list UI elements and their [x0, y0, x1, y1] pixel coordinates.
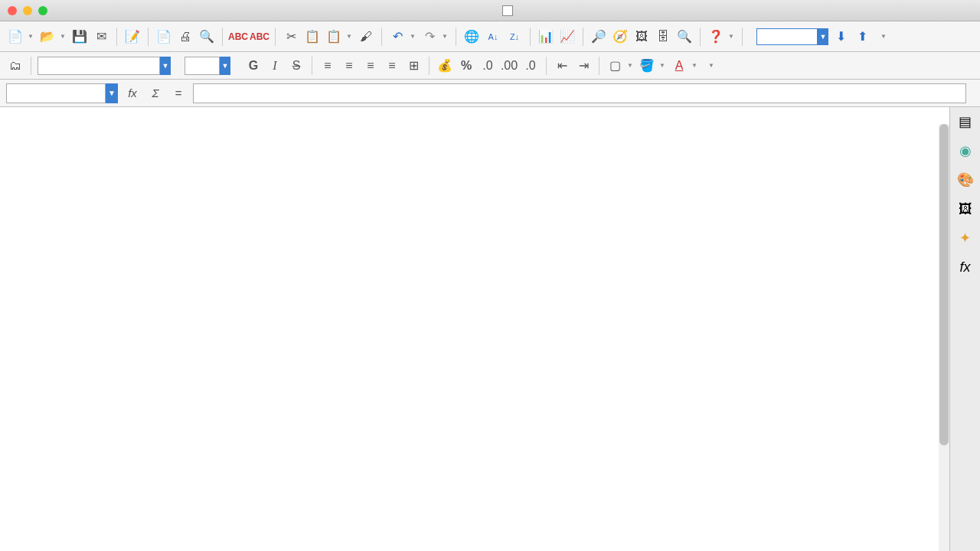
hyperlink-button[interactable]: 🌐 — [462, 28, 481, 46]
find-button[interactable]: 🔎 — [590, 28, 608, 46]
align-center-button[interactable]: ≡ — [340, 57, 358, 75]
print-button[interactable]: 🖨 — [176, 28, 194, 46]
print-preview-button[interactable]: 🔍 — [198, 28, 216, 46]
bgcolor-button[interactable]: 🪣 — [638, 57, 656, 75]
edit-button[interactable]: 📝 — [123, 28, 142, 46]
percent-button[interactable]: % — [457, 57, 475, 75]
format-toolbar: 🗂 ▼ ▼ G I S ≡ ≡ ≡ ≡ ⊞ 💰 % .0 .00 .0 ⇤ ⇥ … — [0, 52, 980, 80]
maximize-window-button[interactable] — [38, 6, 47, 15]
undo-button[interactable]: ↶ — [388, 28, 407, 46]
search-down-button[interactable]: ⬇ — [831, 28, 850, 46]
window-titlebar — [0, 0, 980, 21]
export-pdf-button[interactable]: 📄 — [155, 28, 173, 46]
format-paintbrush-button[interactable]: 🖌 — [357, 28, 375, 46]
cell-reference-dropdown-icon[interactable]: ▼ — [106, 83, 118, 103]
search-up-button[interactable]: ⬆ — [853, 28, 871, 46]
navigator-icon[interactable]: ✦ — [956, 228, 975, 248]
styles-icon[interactable]: 🎨 — [956, 170, 975, 190]
new-doc-button[interactable]: 📄 — [6, 28, 24, 46]
currency-button[interactable]: 💰 — [436, 57, 454, 75]
font-name-input[interactable] — [38, 57, 160, 75]
sum-button[interactable]: Σ — [147, 85, 164, 102]
zoom-button[interactable]: 🔍 — [675, 28, 694, 46]
function-wizard-button[interactable]: fx — [124, 85, 141, 102]
right-sidebar: ▤ ◉ 🎨 🖼 ✦ fx — [949, 107, 980, 551]
cut-button[interactable]: ✂ — [282, 28, 300, 46]
copy-button[interactable]: 📋 — [303, 28, 322, 46]
styles-button[interactable]: 🗂 — [6, 57, 24, 75]
redo-button[interactable]: ↷ — [420, 28, 439, 46]
chart-button[interactable]: 📊 — [537, 28, 555, 46]
font-name-dropdown-icon[interactable]: ▼ — [160, 57, 171, 75]
navigator-button[interactable]: 🧭 — [611, 28, 629, 46]
fontcolor-button[interactable]: A — [670, 57, 688, 75]
vertical-scrollbar[interactable] — [939, 124, 949, 551]
spellcheck-button[interactable]: ABC — [229, 28, 247, 46]
functions-icon[interactable]: fx — [956, 257, 975, 277]
datasources-button[interactable]: 🗄 — [654, 28, 672, 46]
function-button[interactable]: 📈 — [558, 28, 577, 46]
sort-desc-button[interactable]: Z↓ — [505, 28, 524, 46]
align-justify-button[interactable]: ≡ — [383, 57, 401, 75]
close-window-button[interactable] — [8, 6, 17, 15]
add-decimal-button[interactable]: .00 — [500, 57, 518, 75]
spreadsheet-grid[interactable] — [0, 107, 949, 551]
sidebar-setting-icon[interactable]: ▤ — [956, 112, 975, 132]
gallery-icon[interactable]: 🖼 — [956, 199, 975, 219]
auto-spellcheck-button[interactable]: ABC — [250, 28, 269, 46]
font-size-dropdown-icon[interactable]: ▼ — [220, 57, 230, 75]
formula-input[interactable] — [193, 83, 966, 103]
equals-button[interactable]: = — [170, 85, 187, 102]
increase-indent-button[interactable]: ⇥ — [574, 57, 593, 75]
sort-asc-button[interactable]: A↓ — [484, 28, 502, 46]
save-button[interactable]: 💾 — [70, 28, 89, 46]
open-button[interactable]: 📂 — [38, 28, 57, 46]
main-toolbar: 📄▼ 📂▼ 💾 ✉ 📝 📄 🖨 🔍 ABC ABC ✂ 📋 📋▼ 🖌 ↶▼ ↷▼… — [0, 21, 980, 52]
remove-decimal-button[interactable]: .0 — [521, 57, 540, 75]
gallery-button[interactable]: 🖼 — [632, 28, 651, 46]
minimize-window-button[interactable] — [23, 6, 32, 15]
merge-cells-button[interactable]: ⊞ — [404, 57, 423, 75]
bold-button[interactable]: G — [244, 57, 263, 75]
document-icon — [502, 5, 513, 16]
align-right-button[interactable]: ≡ — [361, 57, 380, 75]
decrease-indent-button[interactable]: ⇤ — [553, 57, 571, 75]
align-left-button[interactable]: ≡ — [318, 57, 337, 75]
cell-reference-input[interactable] — [6, 83, 106, 103]
help-button[interactable]: ❓ — [707, 28, 725, 46]
paste-button[interactable]: 📋 — [325, 28, 343, 46]
underline-button[interactable]: S — [287, 57, 305, 75]
formula-bar: ▼ fx Σ = — [0, 80, 980, 107]
italic-button[interactable]: I — [266, 57, 284, 75]
font-size-input[interactable] — [185, 57, 220, 75]
borders-button[interactable]: ▢ — [606, 57, 624, 75]
search-input[interactable] — [756, 28, 818, 45]
search-dropdown-icon[interactable]: ▼ — [818, 28, 828, 45]
properties-icon[interactable]: ◉ — [956, 141, 975, 161]
email-button[interactable]: ✉ — [92, 28, 110, 46]
number-format-button[interactable]: .0 — [479, 57, 497, 75]
